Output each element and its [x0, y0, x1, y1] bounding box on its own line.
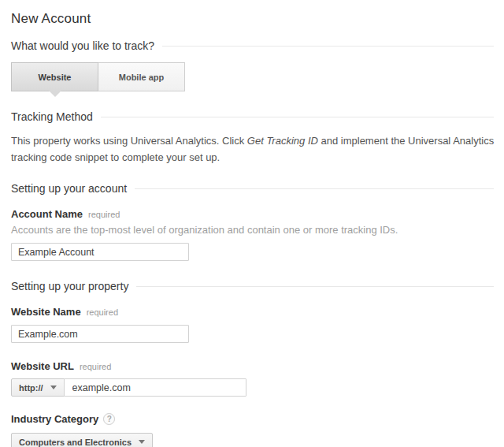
tracking-desc-italic: Get Tracking ID [247, 135, 318, 147]
industry-category-label: Industry Category [11, 413, 98, 425]
website-name-required-note: required [87, 307, 118, 317]
account-name-label: Account Name [11, 208, 83, 220]
heading-divider [135, 188, 494, 189]
help-icon[interactable]: ? [103, 413, 115, 425]
property-section-heading: Setting up your property [11, 280, 128, 292]
website-url-required-note: required [80, 362, 111, 371]
page-title: New Account [11, 11, 494, 27]
industry-category-dropdown[interactable]: Computers and Electronics [11, 433, 153, 447]
industry-category-value: Computers and Electronics [19, 438, 132, 447]
heading-divider [162, 46, 494, 47]
track-type-tab-bar: Website Mobile app [11, 62, 494, 91]
tracking-desc-pre: This property works using Universal Anal… [11, 135, 247, 147]
heading-divider [136, 286, 494, 287]
industry-category-row: Computers and Electronics [11, 433, 494, 447]
tab-mobile-app[interactable]: Mobile app [98, 62, 185, 91]
tab-website[interactable]: Website [11, 62, 98, 91]
heading-divider [101, 117, 494, 117]
account-section-heading-row: Setting up your account [11, 182, 494, 195]
selected-tab-pointer-icon [49, 91, 61, 97]
chevron-down-icon [50, 386, 57, 389]
account-section-heading: Setting up your account [11, 182, 127, 195]
track-question-heading-row: What would you like to track? [11, 39, 494, 52]
website-url-label: Website URL [11, 360, 74, 372]
property-section-heading-row: Setting up your property [11, 280, 494, 292]
tracking-method-heading-row: Tracking Method [11, 110, 494, 123]
chevron-down-icon [139, 440, 145, 444]
account-name-required-note: required [88, 210, 120, 219]
industry-category-label-row: Industry Category ? [11, 413, 494, 425]
tracking-method-description: This property works using Universal Anal… [11, 132, 495, 166]
url-protocol-dropdown[interactable]: http:// [11, 378, 65, 397]
website-name-label: Website Name [11, 306, 81, 318]
account-name-help-text: Accounts are the top-most level of organ… [11, 224, 494, 236]
url-protocol-value: http:// [19, 383, 43, 393]
tracking-method-heading: Tracking Method [11, 110, 93, 123]
website-name-label-row: Website Name required [11, 306, 494, 318]
website-url-input[interactable] [64, 378, 246, 397]
account-name-label-row: Account Name required [11, 208, 494, 220]
tab-mobile-app-label: Mobile app [119, 73, 164, 82]
website-url-row: http:// [11, 378, 494, 397]
website-name-input[interactable] [11, 325, 189, 343]
account-name-input[interactable] [11, 243, 189, 261]
tab-website-label: Website [39, 73, 72, 82]
website-url-label-row: Website URL required [11, 360, 494, 372]
new-account-page: New Account What would you like to track… [0, 0, 504, 447]
track-question-heading: What would you like to track? [11, 39, 154, 52]
